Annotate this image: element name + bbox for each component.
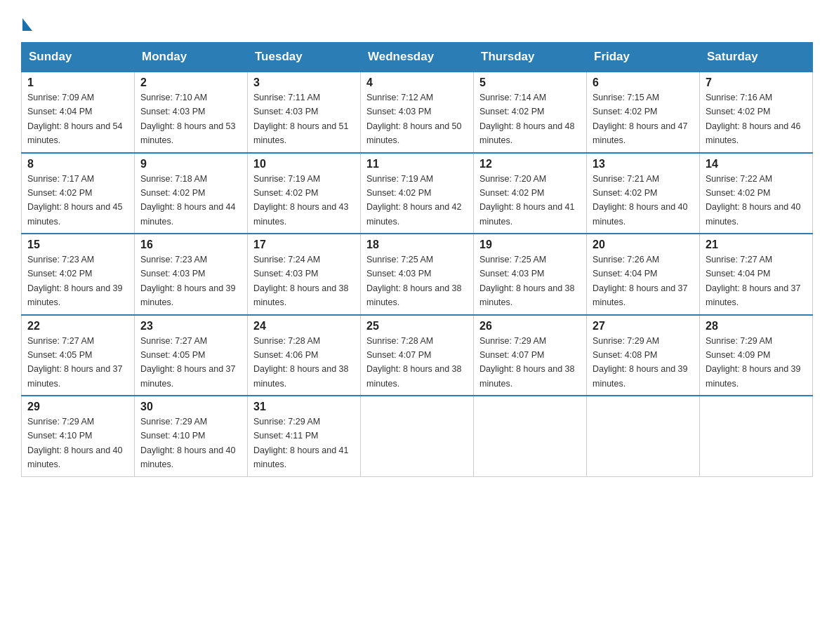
day-info: Sunrise: 7:18 AMSunset: 4:02 PMDaylight:… — [140, 174, 236, 227]
day-info: Sunrise: 7:20 AMSunset: 4:02 PMDaylight:… — [479, 174, 575, 227]
day-number: 26 — [479, 320, 581, 333]
calendar-day-cell: 1 Sunrise: 7:09 AMSunset: 4:04 PMDayligh… — [22, 72, 135, 153]
day-number: 8 — [27, 158, 128, 170]
day-info: Sunrise: 7:11 AMSunset: 4:03 PMDaylight:… — [253, 93, 349, 145]
day-number: 13 — [593, 158, 694, 170]
calendar-day-cell: 20 Sunrise: 7:26 AMSunset: 4:04 PMDaylig… — [587, 234, 700, 315]
day-number: 22 — [27, 320, 128, 333]
day-of-week-header: Tuesday — [248, 43, 361, 72]
calendar-week-row: 1 Sunrise: 7:09 AMSunset: 4:04 PMDayligh… — [22, 72, 813, 153]
day-info: Sunrise: 7:12 AMSunset: 4:03 PMDaylight:… — [366, 93, 462, 145]
calendar-day-cell: 17 Sunrise: 7:24 AMSunset: 4:03 PMDaylig… — [248, 234, 361, 315]
day-info: Sunrise: 7:19 AMSunset: 4:02 PMDaylight:… — [253, 174, 349, 227]
day-number: 25 — [366, 320, 468, 333]
day-info: Sunrise: 7:10 AMSunset: 4:03 PMDaylight:… — [140, 93, 236, 145]
calendar-day-cell: 21 Sunrise: 7:27 AMSunset: 4:04 PMDaylig… — [700, 234, 813, 315]
day-info: Sunrise: 7:28 AMSunset: 4:06 PMDaylight:… — [253, 336, 349, 389]
day-info: Sunrise: 7:19 AMSunset: 4:02 PMDaylight:… — [366, 174, 462, 227]
calendar-week-row: 15 Sunrise: 7:23 AMSunset: 4:02 PMDaylig… — [22, 234, 813, 315]
calendar-day-cell: 16 Sunrise: 7:23 AMSunset: 4:03 PMDaylig… — [135, 234, 248, 315]
day-info: Sunrise: 7:23 AMSunset: 4:03 PMDaylight:… — [140, 255, 236, 307]
day-of-week-header: Monday — [135, 43, 248, 72]
day-info: Sunrise: 7:29 AMSunset: 4:07 PMDaylight:… — [479, 336, 575, 389]
calendar-day-cell: 23 Sunrise: 7:27 AMSunset: 4:05 PMDaylig… — [135, 315, 248, 396]
calendar-day-cell: 25 Sunrise: 7:28 AMSunset: 4:07 PMDaylig… — [361, 315, 474, 396]
day-info: Sunrise: 7:27 AMSunset: 4:05 PMDaylight:… — [27, 336, 123, 389]
day-info: Sunrise: 7:25 AMSunset: 4:03 PMDaylight:… — [479, 255, 575, 307]
day-info: Sunrise: 7:22 AMSunset: 4:02 PMDaylight:… — [706, 174, 801, 227]
calendar-day-cell: 10 Sunrise: 7:19 AMSunset: 4:02 PMDaylig… — [248, 153, 361, 234]
calendar-day-cell: 28 Sunrise: 7:29 AMSunset: 4:09 PMDaylig… — [700, 315, 813, 396]
calendar-day-cell: 9 Sunrise: 7:18 AMSunset: 4:02 PMDayligh… — [135, 153, 248, 234]
day-info: Sunrise: 7:28 AMSunset: 4:07 PMDaylight:… — [366, 336, 462, 389]
day-number: 4 — [366, 76, 468, 89]
day-info: Sunrise: 7:16 AMSunset: 4:02 PMDaylight:… — [706, 93, 801, 145]
calendar-day-cell: 11 Sunrise: 7:19 AMSunset: 4:02 PMDaylig… — [361, 153, 474, 234]
day-number: 17 — [253, 239, 355, 251]
day-number: 5 — [479, 76, 581, 89]
day-info: Sunrise: 7:14 AMSunset: 4:02 PMDaylight:… — [479, 93, 575, 145]
day-number: 28 — [706, 320, 807, 333]
day-info: Sunrise: 7:29 AMSunset: 4:11 PMDaylight:… — [253, 417, 349, 469]
calendar-table: SundayMondayTuesdayWednesdayThursdayFrid… — [21, 42, 813, 477]
day-info: Sunrise: 7:23 AMSunset: 4:02 PMDaylight:… — [27, 255, 123, 307]
day-number: 14 — [706, 158, 807, 170]
day-number: 24 — [253, 320, 355, 333]
day-info: Sunrise: 7:27 AMSunset: 4:05 PMDaylight:… — [140, 336, 236, 389]
calendar-day-cell: 7 Sunrise: 7:16 AMSunset: 4:02 PMDayligh… — [700, 72, 813, 153]
calendar-day-cell: 8 Sunrise: 7:17 AMSunset: 4:02 PMDayligh… — [22, 153, 135, 234]
day-number: 2 — [140, 76, 241, 89]
calendar-day-cell — [361, 396, 474, 476]
calendar-day-cell: 27 Sunrise: 7:29 AMSunset: 4:08 PMDaylig… — [587, 315, 700, 396]
calendar-day-cell: 5 Sunrise: 7:14 AMSunset: 4:02 PMDayligh… — [474, 72, 587, 153]
calendar-day-cell: 31 Sunrise: 7:29 AMSunset: 4:11 PMDaylig… — [248, 396, 361, 476]
day-number: 9 — [140, 158, 241, 170]
day-info: Sunrise: 7:24 AMSunset: 4:03 PMDaylight:… — [253, 255, 349, 307]
calendar-day-cell: 4 Sunrise: 7:12 AMSunset: 4:03 PMDayligh… — [361, 72, 474, 153]
day-of-week-header: Wednesday — [361, 43, 474, 72]
calendar-day-cell: 15 Sunrise: 7:23 AMSunset: 4:02 PMDaylig… — [22, 234, 135, 315]
calendar-day-cell: 13 Sunrise: 7:21 AMSunset: 4:02 PMDaylig… — [587, 153, 700, 234]
day-info: Sunrise: 7:29 AMSunset: 4:09 PMDaylight:… — [706, 336, 801, 389]
calendar-week-row: 8 Sunrise: 7:17 AMSunset: 4:02 PMDayligh… — [22, 153, 813, 234]
day-number: 15 — [27, 239, 128, 251]
calendar-day-cell: 30 Sunrise: 7:29 AMSunset: 4:10 PMDaylig… — [135, 396, 248, 476]
day-of-week-header: Friday — [587, 43, 700, 72]
day-number: 27 — [593, 320, 694, 333]
calendar-week-row: 22 Sunrise: 7:27 AMSunset: 4:05 PMDaylig… — [22, 315, 813, 396]
day-number: 10 — [253, 158, 355, 170]
calendar-day-cell: 18 Sunrise: 7:25 AMSunset: 4:03 PMDaylig… — [361, 234, 474, 315]
day-number: 31 — [253, 401, 355, 413]
calendar-day-cell: 24 Sunrise: 7:28 AMSunset: 4:06 PMDaylig… — [248, 315, 361, 396]
day-number: 12 — [479, 158, 581, 170]
day-info: Sunrise: 7:21 AMSunset: 4:02 PMDaylight:… — [593, 174, 688, 227]
calendar-week-row: 29 Sunrise: 7:29 AMSunset: 4:10 PMDaylig… — [22, 396, 813, 476]
day-number: 29 — [27, 401, 128, 413]
day-number: 30 — [140, 401, 241, 413]
calendar-day-cell: 2 Sunrise: 7:10 AMSunset: 4:03 PMDayligh… — [135, 72, 248, 153]
page-header — [21, 14, 813, 28]
day-number: 11 — [366, 158, 468, 170]
calendar-day-cell: 14 Sunrise: 7:22 AMSunset: 4:02 PMDaylig… — [700, 153, 813, 234]
day-number: 18 — [366, 239, 468, 251]
day-number: 16 — [140, 239, 241, 251]
calendar-day-cell: 22 Sunrise: 7:27 AMSunset: 4:05 PMDaylig… — [22, 315, 135, 396]
day-number: 7 — [706, 76, 807, 89]
calendar-day-cell: 19 Sunrise: 7:25 AMSunset: 4:03 PMDaylig… — [474, 234, 587, 315]
calendar-day-cell: 3 Sunrise: 7:11 AMSunset: 4:03 PMDayligh… — [248, 72, 361, 153]
calendar-day-cell — [700, 396, 813, 476]
day-number: 3 — [253, 76, 355, 89]
day-number: 19 — [479, 239, 581, 251]
calendar-day-cell: 26 Sunrise: 7:29 AMSunset: 4:07 PMDaylig… — [474, 315, 587, 396]
day-number: 1 — [27, 76, 128, 89]
day-number: 23 — [140, 320, 241, 333]
calendar-header-row: SundayMondayTuesdayWednesdayThursdayFrid… — [22, 43, 813, 72]
logo — [21, 14, 32, 28]
day-of-week-header: Sunday — [22, 43, 135, 72]
day-of-week-header: Thursday — [474, 43, 587, 72]
calendar-day-cell — [587, 396, 700, 476]
calendar-day-cell: 6 Sunrise: 7:15 AMSunset: 4:02 PMDayligh… — [587, 72, 700, 153]
day-info: Sunrise: 7:27 AMSunset: 4:04 PMDaylight:… — [706, 255, 801, 307]
calendar-day-cell: 12 Sunrise: 7:20 AMSunset: 4:02 PMDaylig… — [474, 153, 587, 234]
day-info: Sunrise: 7:29 AMSunset: 4:08 PMDaylight:… — [593, 336, 688, 389]
